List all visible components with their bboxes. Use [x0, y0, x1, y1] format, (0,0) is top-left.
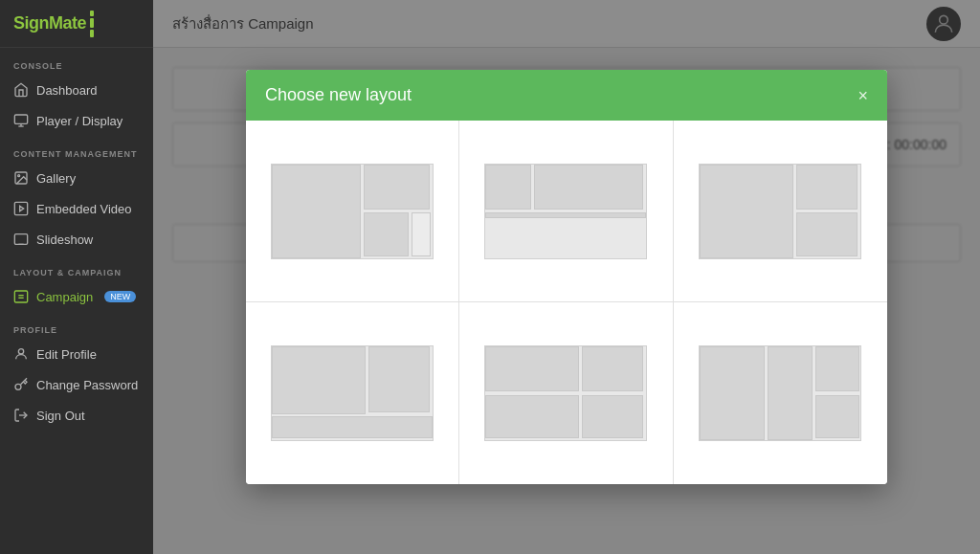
layout-section-label: LAYOUT & CAMPAIGN	[0, 255, 153, 281]
sidebar-item-dashboard[interactable]: Dashboard	[0, 75, 153, 105]
console-section-label: CONSOLE	[0, 48, 153, 75]
content-section-label: CONTENT MANAGEMENT	[0, 136, 153, 163]
modal-header: Choose new layout ×	[246, 70, 887, 121]
svg-rect-0	[14, 115, 27, 123]
svg-point-12	[18, 349, 23, 354]
layout-option-6[interactable]	[674, 302, 887, 484]
svg-point-4	[18, 175, 20, 177]
logo: SignMate	[0, 0, 153, 48]
sidebar-item-campaign[interactable]: Campaign NEW	[0, 281, 153, 312]
campaign-icon	[13, 289, 29, 304]
sidebar-item-edit-profile[interactable]: Edit Profile	[0, 339, 153, 369]
layout-option-1[interactable]	[246, 121, 459, 302]
layout-option-4[interactable]	[246, 302, 459, 484]
key-icon	[13, 377, 29, 392]
logo-bars	[90, 11, 94, 37]
sidebar-item-edit-profile-label: Edit Profile	[36, 347, 97, 362]
layout-thumb-4	[271, 345, 434, 441]
monitor-icon	[13, 113, 29, 128]
layout-option-2[interactable]	[459, 121, 673, 302]
modal-title: Choose new layout	[265, 85, 412, 105]
svg-rect-7	[14, 234, 27, 245]
logo-text: SignMate	[13, 13, 86, 33]
sidebar-item-change-password[interactable]: Change Password	[0, 369, 153, 400]
sidebar: SignMate CONSOLE Dashboard Player / Disp…	[0, 0, 153, 554]
layout-option-3[interactable]	[674, 121, 887, 302]
campaign-badge: NEW	[104, 291, 136, 302]
layout-thumb-6	[699, 345, 861, 441]
sidebar-item-change-password-label: Change Password	[36, 378, 138, 392]
sidebar-item-campaign-label: Campaign	[36, 290, 93, 304]
modal-close-button[interactable]: ×	[858, 87, 868, 104]
modal-overlay: Choose new layout ×	[153, 0, 980, 554]
video-icon	[13, 201, 29, 216]
image-icon	[13, 170, 29, 186]
sidebar-item-sign-out-label: Sign Out	[36, 409, 85, 423]
sidebar-item-gallery[interactable]: Gallery	[0, 163, 153, 193]
sidebar-item-player-display[interactable]: Player / Display	[0, 105, 153, 136]
sidebar-item-player-label: Player / Display	[36, 114, 122, 128]
svg-marker-6	[20, 206, 24, 211]
sidebar-item-slideshow[interactable]: Slideshow	[0, 224, 153, 255]
layout-thumb-2	[484, 164, 647, 259]
home-icon	[13, 82, 29, 98]
svg-rect-9	[14, 291, 27, 302]
layout-thumb-1	[271, 164, 434, 259]
signout-icon	[13, 408, 29, 423]
layout-thumb-3	[699, 164, 861, 259]
svg-point-13	[15, 384, 21, 389]
main-content: สร้างสื่อการ Campaign Total Time : 00:00…	[153, 0, 980, 554]
sidebar-item-gallery-label: Gallery	[36, 171, 76, 186]
profile-section-label: PROFILE	[0, 312, 153, 339]
sidebar-item-embedded-video-label: Embedded Video	[36, 202, 132, 216]
svg-rect-5	[14, 202, 27, 214]
sidebar-item-embedded-video[interactable]: Embedded Video	[0, 193, 153, 224]
user-icon	[13, 346, 29, 362]
sidebar-item-slideshow-label: Slideshow	[36, 233, 93, 247]
sidebar-item-dashboard-label: Dashboard	[36, 83, 98, 98]
slideshow-icon	[13, 232, 29, 247]
modal-body	[246, 121, 887, 484]
layout-thumb-5	[484, 345, 647, 441]
layout-modal: Choose new layout ×	[246, 70, 887, 484]
layout-option-5[interactable]	[459, 302, 673, 484]
sidebar-item-sign-out[interactable]: Sign Out	[0, 400, 153, 431]
